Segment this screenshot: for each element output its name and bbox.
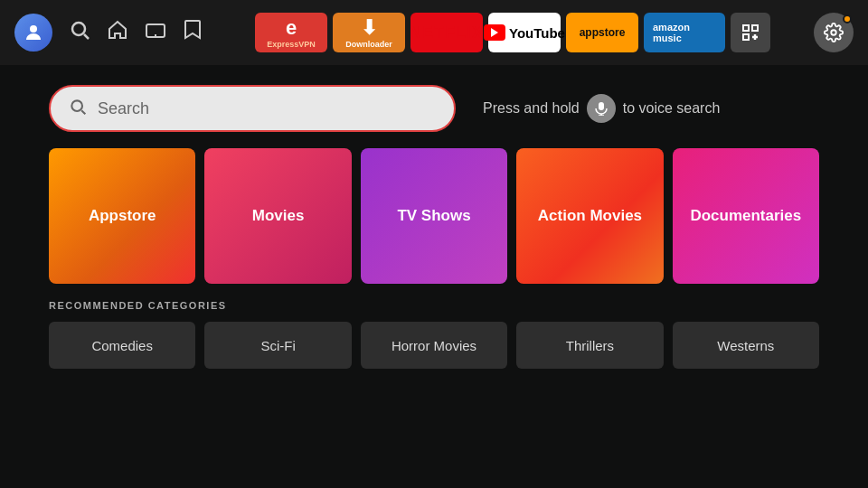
top-navigation: e ExpressVPN ⬇ Downloader NETFLIX YouTub…: [0, 0, 868, 65]
voice-hint: Press and hold to voice search: [483, 94, 720, 123]
category-tiles-container: Appstore Movies TV Shows Action Movies D…: [49, 148, 819, 284]
user-avatar[interactable]: [14, 14, 52, 52]
svg-point-12: [71, 100, 82, 111]
category-tiles-section: Appstore Movies TV Shows Action Movies D…: [0, 148, 868, 284]
youtube-app[interactable]: YouTube: [488, 13, 561, 52]
app-shortcuts: e ExpressVPN ⬇ Downloader NETFLIX YouTub…: [219, 13, 807, 52]
netflix-app[interactable]: NETFLIX: [410, 13, 483, 52]
settings-notification-dot: [843, 14, 852, 23]
recommended-tiles-container: Comedies Sci-Fi Horror Movies Thrillers …: [49, 322, 819, 369]
category-tile-movies[interactable]: Movies: [204, 148, 351, 284]
category-tile-action[interactable]: Action Movies: [516, 148, 663, 284]
grid-app[interactable]: [731, 13, 770, 52]
rec-tile-westerns[interactable]: Westerns: [673, 322, 819, 369]
microphone-icon: [587, 94, 616, 123]
category-tile-appstore[interactable]: Appstore: [49, 148, 195, 284]
svg-point-1: [72, 23, 85, 35]
search-box[interactable]: Search: [49, 85, 456, 132]
rec-tile-thrillers[interactable]: Thrillers: [516, 322, 663, 369]
expressvpn-app[interactable]: e ExpressVPN: [255, 13, 327, 52]
rec-tile-comedies[interactable]: Comedies: [49, 322, 195, 369]
svg-point-0: [30, 25, 37, 33]
svg-rect-14: [599, 102, 604, 110]
voice-hint-suffix: to voice search: [623, 100, 721, 117]
home-icon[interactable]: [107, 19, 128, 46]
category-tile-tvshows[interactable]: TV Shows: [361, 148, 507, 284]
search-icon: [69, 98, 87, 120]
tv-icon[interactable]: [145, 19, 166, 46]
recommended-title: RECOMMENDED CATEGORIES: [49, 300, 819, 311]
svg-line-13: [81, 110, 85, 114]
downloader-app[interactable]: ⬇ Downloader: [333, 13, 405, 52]
svg-rect-8: [743, 34, 749, 40]
voice-hint-prefix: Press and hold: [483, 100, 580, 117]
category-tile-documentaries[interactable]: Documentaries: [673, 148, 819, 284]
settings-button[interactable]: [814, 13, 854, 52]
svg-line-2: [84, 34, 89, 39]
svg-point-11: [831, 30, 836, 35]
svg-rect-6: [743, 25, 749, 31]
amazon-music-app[interactable]: amazon music: [644, 13, 725, 52]
search-placeholder: Search: [98, 99, 149, 118]
nav-left-icons: [14, 14, 203, 52]
rec-tile-scifi[interactable]: Sci-Fi: [204, 322, 351, 369]
recommended-section: RECOMMENDED CATEGORIES Comedies Sci-Fi H…: [0, 284, 868, 369]
appstore-app[interactable]: appstore: [566, 13, 638, 52]
search-nav-icon[interactable]: [69, 19, 90, 46]
svg-rect-7: [752, 25, 758, 31]
search-area: Search Press and hold to voice search: [0, 65, 868, 148]
bookmark-icon[interactable]: [183, 19, 203, 46]
rec-tile-horror[interactable]: Horror Movies: [361, 322, 507, 369]
